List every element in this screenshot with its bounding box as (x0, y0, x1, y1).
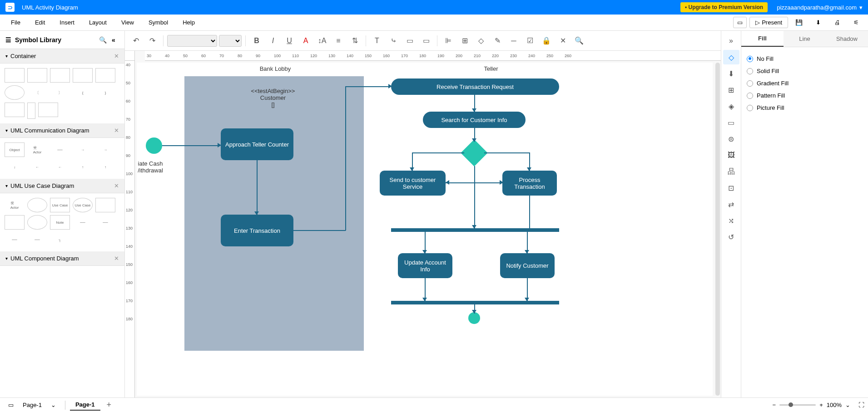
upgrade-button[interactable]: • Upgrade to Premium Version (680, 2, 768, 12)
close-category-icon[interactable]: ✕ (114, 53, 119, 59)
history-tool-icon[interactable]: ↺ (723, 230, 739, 244)
zoom-dropdown-icon[interactable]: ⌄ (845, 402, 850, 408)
print-button[interactable]: 🖨 (829, 16, 845, 29)
search-library-icon[interactable]: 🔍 (97, 34, 108, 45)
shape-bracket[interactable]: 〕 (50, 85, 70, 100)
shape-actor[interactable]: 웃Actor (5, 198, 25, 212)
page-selector[interactable]: Page-1 ⌄ (18, 402, 60, 408)
distribute-button[interactable]: ⊞ (457, 34, 472, 48)
shape-oval[interactable] (27, 215, 47, 230)
checkbox-button[interactable]: ☑ (523, 34, 537, 48)
font-family-select[interactable] (167, 35, 217, 47)
search-canvas-button[interactable]: 🔍 (572, 34, 586, 48)
menu-view[interactable]: View (114, 16, 141, 29)
fill-option-gradient[interactable]: Gradient Fill (747, 77, 863, 89)
end-node-partial[interactable] (468, 312, 480, 324)
present-button[interactable]: ▷ Present (749, 17, 788, 28)
start-node[interactable] (146, 137, 162, 154)
shape-rect[interactable] (27, 68, 47, 83)
download-button[interactable]: ⬇ (810, 16, 826, 29)
shape-button[interactable]: ▭ (402, 34, 417, 48)
image-button[interactable]: ▭ (419, 34, 433, 48)
activity-notify-customer[interactable]: Notify Customer (500, 253, 555, 278)
save-button[interactable]: 💾 (791, 16, 807, 29)
line-style-button[interactable]: ─ (506, 34, 521, 48)
shape-object[interactable]: Object (5, 142, 25, 157)
shape-line[interactable]: ── (95, 215, 115, 230)
image-tool-icon[interactable]: 🖼 (723, 148, 739, 162)
swimlane-bank-lobby[interactable]: Bank Lobby (241, 65, 309, 72)
shape-line[interactable]: ┐ (50, 232, 70, 247)
shape-rect[interactable] (5, 68, 25, 83)
fill-color-button[interactable]: ◇ (474, 34, 488, 48)
close-category-icon[interactable]: ✕ (114, 255, 119, 262)
decision-node[interactable] (461, 139, 487, 166)
shape-arrow[interactable]: ↓ (5, 160, 25, 174)
shape-rect[interactable] (95, 68, 115, 83)
canvas[interactable]: Bank Lobby Teller <<testAtBegin>> Custom… (137, 63, 713, 396)
activity-enter-transaction[interactable]: Enter Transaction (221, 215, 293, 246)
menu-insert[interactable]: Insert (52, 16, 82, 29)
user-email-dropdown[interactable]: pizzaaandparatha@gmail.com ▾ (777, 4, 863, 11)
fill-option-solid[interactable]: Solid Fill (747, 65, 863, 77)
shape-rect[interactable] (50, 68, 70, 83)
expand-panel-button[interactable]: » (723, 34, 739, 48)
shuffle-tool-icon[interactable]: ⤭ (723, 213, 739, 228)
swimlane-teller[interactable]: Teller (468, 65, 514, 72)
tab-line[interactable]: Line (784, 31, 826, 47)
shape-line[interactable]: ── (50, 142, 70, 157)
settings-button[interactable]: ✕ (556, 34, 570, 48)
shape-usecase[interactable] (27, 198, 47, 212)
fullscreen-button[interactable]: ⛶ (858, 402, 864, 408)
tab-shadow[interactable]: Shadow (826, 31, 868, 47)
activity-update-account[interactable]: Update Account Info (398, 253, 452, 278)
tab-fill[interactable]: Fill (741, 31, 784, 47)
shape-oval[interactable] (5, 85, 25, 100)
shape-bracket[interactable]: 〔 (27, 85, 47, 100)
underline-button[interactable]: U (282, 34, 297, 48)
fill-tool-icon[interactable]: ◇ (723, 50, 739, 64)
shape-arrow[interactable]: ← (50, 160, 70, 174)
shape-arrow[interactable]: ↑ (73, 160, 93, 174)
shape-line[interactable]: ── (27, 232, 47, 247)
menu-symbol[interactable]: Symbol (141, 16, 175, 29)
shape-brace[interactable]: { (73, 85, 93, 100)
category-uml-communication[interactable]: ▾ UML Communication Diagram ✕ (0, 123, 124, 138)
page-tool-icon[interactable]: ▭ (723, 115, 739, 130)
fill-option-picture[interactable]: Picture Fill (747, 102, 863, 114)
grid-tool-icon[interactable]: ⊞ (723, 83, 739, 97)
page-tab[interactable]: Page-1 (70, 399, 100, 411)
zoom-out-button[interactable]: − (773, 402, 776, 408)
add-page-button[interactable]: + (100, 400, 118, 410)
shape-table[interactable] (38, 103, 58, 117)
fork-bar[interactable] (391, 228, 559, 232)
line-spacing-button[interactable]: ⇅ (347, 34, 362, 48)
swimlane-container[interactable] (184, 76, 364, 351)
connector-button[interactable]: ⤷ (386, 34, 401, 48)
shape-note[interactable]: Note (50, 215, 70, 230)
layout-tool-icon[interactable]: ⊡ (723, 181, 739, 195)
menu-file[interactable]: File (4, 16, 28, 29)
join-bar[interactable] (391, 301, 559, 304)
activity-approach-teller[interactable]: Approach Teller Counter (221, 128, 293, 160)
undo-button[interactable]: ↶ (129, 34, 143, 48)
category-uml-component[interactable]: ▾ UML Component Diagram ✕ (0, 251, 124, 266)
database-tool-icon[interactable]: ⊜ (723, 132, 739, 146)
sitemap-tool-icon[interactable]: 品 (723, 164, 739, 179)
zoom-slider[interactable] (779, 404, 816, 406)
slideshow-button[interactable]: ▭ (733, 17, 747, 28)
activity-receive-request[interactable]: Receive Transaction Request (391, 78, 559, 95)
shape-line[interactable]: ── (5, 232, 25, 247)
share-button[interactable]: ⚟ (848, 16, 864, 29)
bold-button[interactable]: B (249, 34, 264, 48)
text-orientation-button[interactable]: ↕A (315, 34, 329, 48)
text-tool-button[interactable]: T (370, 34, 384, 48)
object-node-text[interactable]: <<testAtBegin>> Customer [] (228, 88, 318, 108)
lock-button[interactable]: 🔒 (539, 34, 554, 48)
shape-box[interactable]: Use Case (50, 198, 70, 212)
collapse-library-icon[interactable]: « (108, 34, 119, 45)
align-button[interactable]: ≡ (331, 34, 346, 48)
category-uml-usecase[interactable]: ▾ UML Use Case Diagram ✕ (0, 179, 124, 193)
export-tool-icon[interactable]: ⬇ (723, 66, 739, 81)
vertical-scrollbar[interactable] (715, 63, 720, 396)
